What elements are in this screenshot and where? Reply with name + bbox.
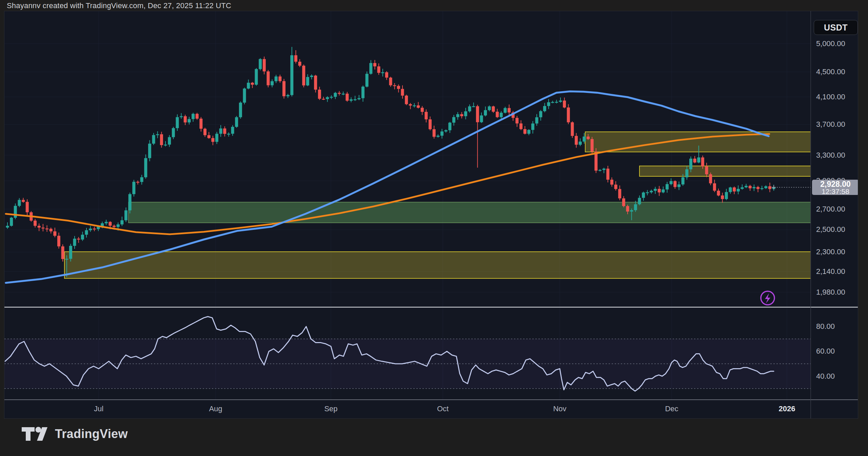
- price-tick-label: 1,980.00: [812, 288, 858, 297]
- yellow-zone: [64, 252, 812, 278]
- month-tick-label: Dec: [665, 404, 678, 413]
- tradingview-logo[interactable]: TradingView: [22, 427, 128, 441]
- year-tick-label: 2026: [779, 404, 795, 413]
- bar-countdown: 12:37:58: [812, 188, 858, 195]
- attribution-bar: Shayannv created with TradingView.com, D…: [0, 0, 868, 11]
- rsi-tick-label: 80.00: [812, 322, 858, 331]
- tradingview-screenshot: Shayannv created with TradingView.com, D…: [0, 0, 868, 456]
- price-tick-label: 2,700.00: [812, 205, 858, 214]
- tradingview-logo-text: TradingView: [55, 427, 128, 441]
- price-tick-label: 2,140.00: [812, 267, 858, 276]
- price-tick-label: 2,500.00: [812, 225, 858, 234]
- chart-canvas[interactable]: [4, 11, 858, 419]
- price-tick-label: 2,300.00: [812, 247, 858, 256]
- price-tick-label: 4,500.00: [812, 67, 858, 76]
- rsi-indicator: [4, 317, 811, 391]
- rsi-tick-label: 60.00: [812, 347, 858, 356]
- month-tick-label: Jul: [94, 404, 103, 413]
- price-tick-label: 5,000.00: [812, 39, 858, 48]
- price-tick-label: 3,700.00: [812, 120, 858, 129]
- flash-watermark-icon: [761, 291, 774, 305]
- logo-bar: TradingView: [0, 419, 868, 456]
- month-tick-label: Oct: [437, 404, 449, 413]
- month-tick-label: Sep: [324, 404, 337, 413]
- tradingview-logo-icon: [22, 427, 50, 441]
- attribution-text: Shayannv created with TradingView.com, D…: [7, 1, 231, 10]
- price-tick-label: 4,100.00: [812, 93, 858, 101]
- chart-widget[interactable]: USDT 5,000.004,500.004,100.003,700.003,3…: [4, 11, 858, 419]
- green-zone: [129, 202, 812, 223]
- support-resistance-zones: [64, 132, 812, 278]
- rsi-tick-label: 40.00: [812, 372, 858, 381]
- last-price-value: 2,928.00: [812, 180, 858, 188]
- month-tick-label: Aug: [209, 404, 222, 413]
- month-tick-label: Nov: [553, 404, 566, 413]
- yellow-zone: [639, 166, 812, 177]
- candlestick-series: [6, 47, 775, 277]
- currency-badge[interactable]: USDT: [814, 20, 858, 35]
- price-tick-label: 3,300.00: [812, 151, 858, 160]
- last-price-badge: 2,928.00 12:37:58: [812, 180, 858, 195]
